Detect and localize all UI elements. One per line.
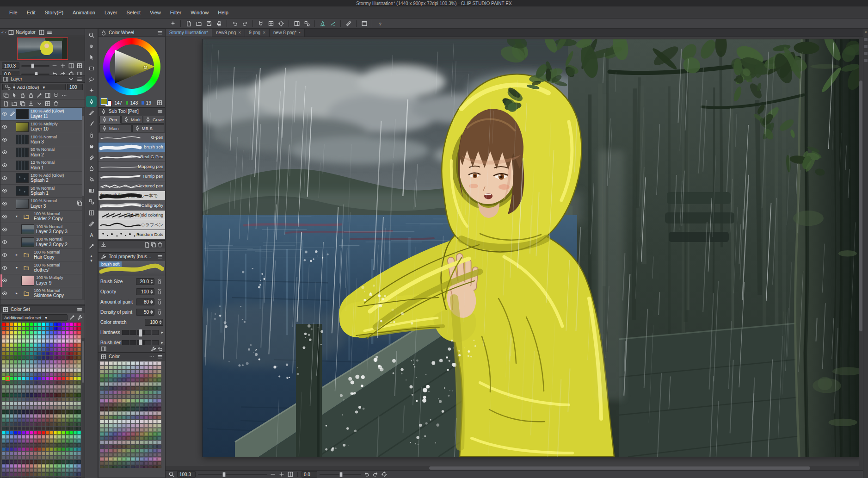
- mix-swatch[interactable]: [126, 457, 130, 461]
- color-swatch[interactable]: [6, 406, 10, 410]
- color-swatch[interactable]: [46, 447, 49, 451]
- color-swatch[interactable]: [2, 377, 6, 380]
- color-swatch[interactable]: [74, 431, 77, 435]
- color-swatch[interactable]: [46, 460, 49, 464]
- color-swatch[interactable]: [46, 456, 49, 459]
- show-palette-icon[interactable]: [100, 346, 107, 352]
- mix-swatch[interactable]: [113, 391, 117, 394]
- tool-figure[interactable]: [86, 196, 97, 207]
- layer-row[interactable]: ▾100 % NormalFolder 2 Copy: [0, 211, 85, 223]
- color-swatch[interactable]: [34, 352, 37, 355]
- color-swatch[interactable]: [77, 435, 81, 439]
- color-swatch[interactable]: [37, 331, 41, 335]
- color-swatch[interactable]: [18, 343, 21, 347]
- tool-cupcake[interactable]: [86, 141, 97, 151]
- color-swatch[interactable]: [30, 410, 33, 414]
- tool-cursor[interactable]: [86, 52, 97, 62]
- color-swatch[interactable]: [54, 397, 57, 401]
- color-swatch[interactable]: [66, 472, 69, 476]
- cursor-icon[interactable]: [10, 92, 18, 99]
- color-swatch[interactable]: [10, 356, 13, 360]
- color-swatch[interactable]: [46, 368, 49, 372]
- color-swatch[interactable]: [10, 443, 13, 447]
- mix-swatch[interactable]: [135, 366, 140, 369]
- mix-swatch[interactable]: [148, 432, 153, 436]
- color-swatch[interactable]: [62, 472, 65, 476]
- color-swatch[interactable]: [26, 352, 30, 355]
- mix-swatch[interactable]: [148, 391, 153, 394]
- mix-swatch[interactable]: [131, 461, 135, 465]
- color-swatch[interactable]: [42, 327, 45, 330]
- color-swatch[interactable]: [46, 472, 49, 476]
- color-swatch[interactable]: [57, 472, 61, 476]
- mix-swatch[interactable]: [144, 382, 148, 386]
- color-swatch[interactable]: [74, 360, 77, 364]
- color-swatch[interactable]: [34, 360, 37, 364]
- color-swatch[interactable]: [2, 397, 6, 401]
- mix-swatch[interactable]: [100, 445, 104, 448]
- property-value[interactable]: 100: [136, 288, 154, 295]
- mix-swatch[interactable]: [153, 411, 157, 415]
- mix-swatch[interactable]: [109, 420, 113, 423]
- color-swatch[interactable]: [18, 456, 21, 459]
- mix-swatch[interactable]: [100, 449, 104, 453]
- color-swatch[interactable]: [34, 427, 37, 430]
- color-swatch[interactable]: [34, 422, 37, 426]
- color-swatch[interactable]: [37, 352, 41, 355]
- color-swatch[interactable]: [62, 422, 65, 426]
- brush-item[interactable]: Random Dots: [98, 230, 165, 240]
- color-swatch[interactable]: [14, 377, 18, 380]
- color-swatch[interactable]: [14, 447, 18, 451]
- color-swatch[interactable]: [34, 472, 37, 476]
- color-swatch[interactable]: [66, 443, 69, 447]
- color-swatch[interactable]: [22, 364, 25, 368]
- color-swatch[interactable]: [26, 343, 30, 347]
- mix-swatch[interactable]: [100, 441, 104, 444]
- color-swatch[interactable]: [6, 385, 10, 389]
- color-swatch[interactable]: [30, 393, 33, 397]
- mix-swatch[interactable]: [157, 453, 161, 457]
- color-swatch[interactable]: [26, 393, 30, 397]
- color-swatch[interactable]: [10, 472, 13, 476]
- mix-swatch[interactable]: [117, 391, 122, 394]
- mix-swatch[interactable]: [105, 366, 109, 369]
- color-swatch[interactable]: [14, 360, 18, 364]
- color-swatch[interactable]: [37, 422, 41, 426]
- color-swatch[interactable]: [34, 460, 37, 464]
- color-swatch[interactable]: [18, 339, 21, 343]
- mix-swatch[interactable]: [140, 374, 144, 378]
- property-value[interactable]: 50: [136, 309, 154, 316]
- mix-swatch[interactable]: [135, 461, 140, 465]
- mix-swatch[interactable]: [105, 395, 109, 398]
- brush-item[interactable]: Real G-Pen: [98, 152, 165, 162]
- color-swatch[interactable]: [62, 435, 65, 439]
- color-swatch[interactable]: [26, 397, 30, 401]
- mix-swatch[interactable]: [140, 399, 144, 403]
- color-swatch[interactable]: [77, 364, 81, 368]
- mix-swatch[interactable]: [140, 449, 144, 453]
- mix-swatch[interactable]: [144, 370, 148, 373]
- color-swatch[interactable]: [66, 368, 69, 372]
- color-swatch[interactable]: [42, 414, 45, 418]
- delete-subtool-icon[interactable]: [157, 242, 163, 248]
- color-swatch[interactable]: [74, 348, 77, 351]
- color-swatch[interactable]: [22, 343, 25, 347]
- color-swatch[interactable]: [2, 418, 6, 422]
- color-swatch[interactable]: [34, 410, 37, 414]
- mix-swatch[interactable]: [122, 420, 126, 423]
- color-swatch[interactable]: [37, 360, 41, 364]
- color-swatch[interactable]: [37, 335, 41, 339]
- color-swatch[interactable]: [30, 364, 33, 368]
- document-tab[interactable]: new9.png×: [212, 29, 245, 37]
- color-swatch[interactable]: [37, 418, 41, 422]
- color-swatch[interactable]: [18, 464, 21, 468]
- mix-swatch[interactable]: [148, 424, 153, 428]
- mix-swatch[interactable]: [157, 416, 161, 419]
- expand-arrow-icon[interactable]: ▸: [161, 340, 163, 345]
- color-swatch[interactable]: [14, 339, 18, 343]
- color-swatch[interactable]: [34, 443, 37, 447]
- color-swatch[interactable]: [46, 385, 49, 389]
- mix-swatch[interactable]: [157, 411, 161, 415]
- color-swatch[interactable]: [46, 343, 49, 347]
- color-set-dropdown[interactable]: Additional color set▾: [2, 314, 68, 321]
